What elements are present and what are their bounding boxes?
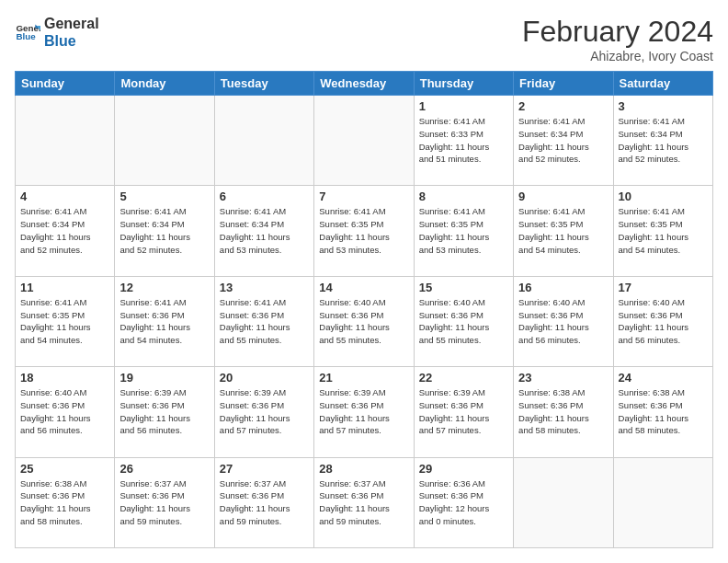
calendar-cell: 10Sunrise: 6:41 AM Sunset: 6:35 PM Dayli… bbox=[613, 186, 712, 276]
logo-general: General bbox=[44, 15, 99, 32]
day-number: 9 bbox=[518, 190, 608, 203]
weekday-header-monday: Monday bbox=[115, 72, 214, 96]
calendar-cell: 3Sunrise: 6:41 AM Sunset: 6:34 PM Daylig… bbox=[613, 96, 712, 186]
day-info: Sunrise: 6:39 AM Sunset: 6:36 PM Dayligh… bbox=[119, 386, 209, 437]
calendar-cell bbox=[115, 96, 214, 186]
day-info: Sunrise: 6:39 AM Sunset: 6:36 PM Dayligh… bbox=[220, 386, 309, 437]
day-number: 4 bbox=[20, 190, 109, 203]
calendar-week-3: 11Sunrise: 6:41 AM Sunset: 6:35 PM Dayli… bbox=[16, 276, 713, 366]
calendar-cell bbox=[16, 96, 115, 186]
day-number: 10 bbox=[619, 190, 708, 203]
day-info: Sunrise: 6:41 AM Sunset: 6:34 PM Dayligh… bbox=[20, 205, 109, 256]
day-info: Sunrise: 6:41 AM Sunset: 6:34 PM Dayligh… bbox=[220, 205, 309, 256]
day-info: Sunrise: 6:38 AM Sunset: 6:36 PM Dayligh… bbox=[619, 386, 708, 437]
day-number: 21 bbox=[319, 371, 408, 385]
day-info: Sunrise: 6:41 AM Sunset: 6:34 PM Dayligh… bbox=[119, 205, 209, 256]
logo-blue: Blue bbox=[44, 32, 99, 50]
day-number: 15 bbox=[419, 281, 508, 294]
calendar-cell: 7Sunrise: 6:41 AM Sunset: 6:35 PM Daylig… bbox=[314, 186, 414, 276]
day-number: 20 bbox=[220, 371, 309, 385]
day-number: 28 bbox=[319, 462, 408, 476]
day-info: Sunrise: 6:41 AM Sunset: 6:35 PM Dayligh… bbox=[319, 205, 408, 256]
calendar-cell: 26Sunrise: 6:37 AM Sunset: 6:36 PM Dayli… bbox=[115, 457, 214, 547]
calendar-cell: 11Sunrise: 6:41 AM Sunset: 6:35 PM Dayli… bbox=[16, 276, 115, 366]
day-info: Sunrise: 6:40 AM Sunset: 6:36 PM Dayligh… bbox=[20, 386, 109, 437]
calendar-cell: 20Sunrise: 6:39 AM Sunset: 6:36 PM Dayli… bbox=[214, 367, 313, 457]
day-number: 8 bbox=[419, 190, 508, 203]
day-info: Sunrise: 6:38 AM Sunset: 6:36 PM Dayligh… bbox=[518, 386, 608, 437]
calendar-cell: 24Sunrise: 6:38 AM Sunset: 6:36 PM Dayli… bbox=[613, 367, 712, 457]
day-number: 16 bbox=[518, 281, 608, 294]
day-info: Sunrise: 6:40 AM Sunset: 6:36 PM Dayligh… bbox=[518, 296, 608, 347]
calendar-cell: 18Sunrise: 6:40 AM Sunset: 6:36 PM Dayli… bbox=[16, 367, 115, 457]
day-info: Sunrise: 6:41 AM Sunset: 6:33 PM Dayligh… bbox=[419, 115, 508, 166]
weekday-header-tuesday: Tuesday bbox=[214, 72, 313, 96]
day-info: Sunrise: 6:41 AM Sunset: 6:35 PM Dayligh… bbox=[619, 205, 708, 256]
calendar-cell: 5Sunrise: 6:41 AM Sunset: 6:34 PM Daylig… bbox=[115, 186, 214, 276]
day-info: Sunrise: 6:39 AM Sunset: 6:36 PM Dayligh… bbox=[319, 386, 408, 437]
calendar-week-5: 25Sunrise: 6:38 AM Sunset: 6:36 PM Dayli… bbox=[16, 457, 713, 547]
weekday-header-friday: Friday bbox=[514, 72, 613, 96]
calendar-cell: 13Sunrise: 6:41 AM Sunset: 6:36 PM Dayli… bbox=[214, 276, 313, 366]
calendar-week-2: 4Sunrise: 6:41 AM Sunset: 6:34 PM Daylig… bbox=[16, 186, 713, 276]
day-number: 18 bbox=[20, 371, 109, 385]
day-info: Sunrise: 6:37 AM Sunset: 6:36 PM Dayligh… bbox=[119, 477, 209, 528]
day-info: Sunrise: 6:37 AM Sunset: 6:36 PM Dayligh… bbox=[220, 477, 309, 528]
calendar-cell: 14Sunrise: 6:40 AM Sunset: 6:36 PM Dayli… bbox=[314, 276, 414, 366]
title-block: February 2024 Ahizabre, Ivory Coast bbox=[522, 15, 713, 63]
weekday-header-row: SundayMondayTuesdayWednesdayThursdayFrid… bbox=[16, 72, 713, 96]
day-number: 13 bbox=[220, 281, 309, 294]
weekday-header-saturday: Saturday bbox=[613, 72, 712, 96]
day-info: Sunrise: 6:41 AM Sunset: 6:36 PM Dayligh… bbox=[220, 296, 309, 347]
calendar-cell bbox=[613, 457, 712, 547]
day-info: Sunrise: 6:41 AM Sunset: 6:35 PM Dayligh… bbox=[419, 205, 508, 256]
day-number: 27 bbox=[220, 462, 309, 476]
calendar-cell bbox=[214, 96, 313, 186]
calendar-cell: 2Sunrise: 6:41 AM Sunset: 6:34 PM Daylig… bbox=[514, 96, 613, 186]
day-number: 7 bbox=[319, 190, 408, 203]
day-number: 11 bbox=[20, 281, 109, 294]
day-number: 14 bbox=[319, 281, 408, 294]
svg-text:Blue: Blue bbox=[16, 32, 36, 42]
weekday-header-sunday: Sunday bbox=[16, 72, 115, 96]
calendar-cell: 22Sunrise: 6:39 AM Sunset: 6:36 PM Dayli… bbox=[414, 367, 513, 457]
day-number: 2 bbox=[518, 99, 608, 113]
calendar-cell: 27Sunrise: 6:37 AM Sunset: 6:36 PM Dayli… bbox=[214, 457, 313, 547]
calendar-cell: 19Sunrise: 6:39 AM Sunset: 6:36 PM Dayli… bbox=[115, 367, 214, 457]
day-info: Sunrise: 6:41 AM Sunset: 6:34 PM Dayligh… bbox=[619, 115, 708, 166]
calendar-table: SundayMondayTuesdayWednesdayThursdayFrid… bbox=[15, 71, 713, 548]
day-number: 25 bbox=[20, 462, 109, 476]
day-number: 29 bbox=[419, 462, 508, 476]
calendar-cell: 28Sunrise: 6:37 AM Sunset: 6:36 PM Dayli… bbox=[314, 457, 414, 547]
day-info: Sunrise: 6:41 AM Sunset: 6:36 PM Dayligh… bbox=[119, 296, 209, 347]
calendar-cell: 23Sunrise: 6:38 AM Sunset: 6:36 PM Dayli… bbox=[514, 367, 613, 457]
weekday-header-thursday: Thursday bbox=[414, 72, 513, 96]
day-info: Sunrise: 6:41 AM Sunset: 6:34 PM Dayligh… bbox=[518, 115, 608, 166]
location: Ahizabre, Ivory Coast bbox=[522, 49, 713, 63]
day-number: 6 bbox=[220, 190, 309, 203]
calendar-week-1: 1Sunrise: 6:41 AM Sunset: 6:33 PM Daylig… bbox=[16, 96, 713, 186]
day-info: Sunrise: 6:41 AM Sunset: 6:35 PM Dayligh… bbox=[518, 205, 608, 256]
calendar-cell: 6Sunrise: 6:41 AM Sunset: 6:34 PM Daylig… bbox=[214, 186, 313, 276]
day-number: 19 bbox=[119, 371, 209, 385]
calendar-cell: 15Sunrise: 6:40 AM Sunset: 6:36 PM Dayli… bbox=[414, 276, 513, 366]
day-info: Sunrise: 6:36 AM Sunset: 6:36 PM Dayligh… bbox=[419, 477, 508, 528]
calendar-cell: 8Sunrise: 6:41 AM Sunset: 6:35 PM Daylig… bbox=[414, 186, 513, 276]
day-info: Sunrise: 6:40 AM Sunset: 6:36 PM Dayligh… bbox=[319, 296, 408, 347]
day-info: Sunrise: 6:40 AM Sunset: 6:36 PM Dayligh… bbox=[619, 296, 708, 347]
calendar-cell: 16Sunrise: 6:40 AM Sunset: 6:36 PM Dayli… bbox=[514, 276, 613, 366]
day-info: Sunrise: 6:38 AM Sunset: 6:36 PM Dayligh… bbox=[20, 477, 109, 528]
day-info: Sunrise: 6:41 AM Sunset: 6:35 PM Dayligh… bbox=[20, 296, 109, 347]
calendar-cell bbox=[314, 96, 414, 186]
day-number: 22 bbox=[419, 371, 508, 385]
logo: General Blue General Blue bbox=[15, 15, 99, 50]
day-number: 17 bbox=[619, 281, 708, 294]
calendar-cell: 12Sunrise: 6:41 AM Sunset: 6:36 PM Dayli… bbox=[115, 276, 214, 366]
day-number: 12 bbox=[119, 281, 209, 294]
header: General Blue General Blue February 2024 … bbox=[15, 15, 713, 63]
calendar-cell: 25Sunrise: 6:38 AM Sunset: 6:36 PM Dayli… bbox=[16, 457, 115, 547]
calendar-cell bbox=[514, 457, 613, 547]
calendar-cell: 17Sunrise: 6:40 AM Sunset: 6:36 PM Dayli… bbox=[613, 276, 712, 366]
day-info: Sunrise: 6:40 AM Sunset: 6:36 PM Dayligh… bbox=[419, 296, 508, 347]
day-number: 24 bbox=[619, 371, 708, 385]
